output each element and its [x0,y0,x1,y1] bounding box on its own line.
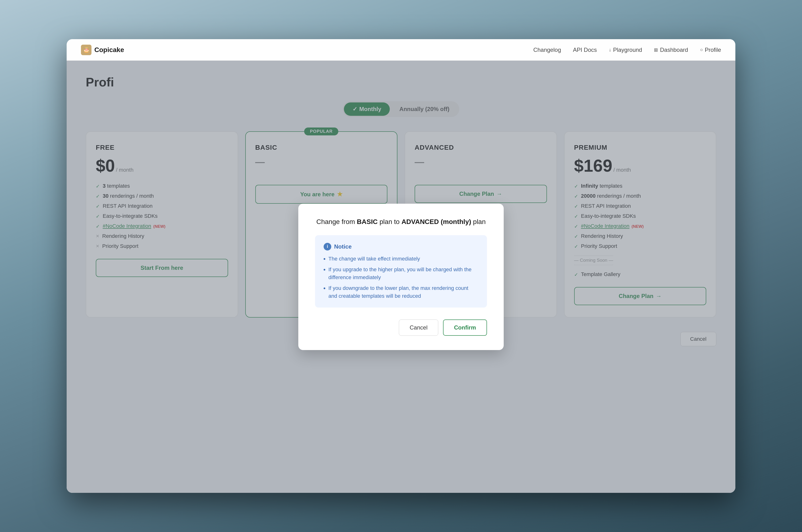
brand-icon: 🎂 [81,45,92,55]
modal-cancel-button[interactable]: Cancel [399,320,438,336]
brand: 🎂 Copicake [81,45,124,55]
notice-item-2: If you upgrade to the higher plan, you w… [328,266,478,281]
modal-box: Change from BASIC plan to ADVANCED (mont… [298,204,504,350]
notice-title: Notice [334,243,351,250]
brand-name: Copicake [94,46,124,54]
modal-overlay: Change from BASIC plan to ADVANCED (mont… [66,61,736,493]
notice-item-1: The change will take effect immediately [328,255,478,263]
modal-from-plan: BASIC [357,218,378,225]
notice-item-3: If you downgrade to the lower plan, the … [328,284,478,300]
nav-changelog[interactable]: Changelog [533,46,561,53]
download-icon: ↓ [609,47,611,53]
info-icon: i [324,243,331,250]
modal-actions: Cancel Confirm [315,320,487,336]
notice-header: i Notice [324,243,478,250]
navbar: 🎂 Copicake Changelog API Docs ↓ Playgrou… [66,39,736,61]
navbar-links: Changelog API Docs ↓ Playground ⊞ Dashbo… [533,46,721,53]
notice-list: The change will take effect immediately … [324,255,478,300]
modal-title: Change from BASIC plan to ADVANCED (mont… [315,218,487,226]
modal-to-plan: ADVANCED (monthly) [401,218,471,225]
app-window: 🎂 Copicake Changelog API Docs ↓ Playgrou… [66,39,736,493]
nav-profile[interactable]: ○ Profile [700,46,721,53]
grid-icon: ⊞ [654,47,658,53]
main-content: Profi ✓ Monthly Annually (20% off) FREE … [66,61,736,493]
nav-api-docs[interactable]: API Docs [573,46,597,53]
nav-playground[interactable]: ↓ Playground [609,46,642,53]
nav-dashboard[interactable]: ⊞ Dashboard [654,46,688,53]
modal-confirm-button[interactable]: Confirm [443,320,487,336]
notice-box: i Notice The change will take effect imm… [315,235,487,307]
user-icon: ○ [700,47,703,53]
